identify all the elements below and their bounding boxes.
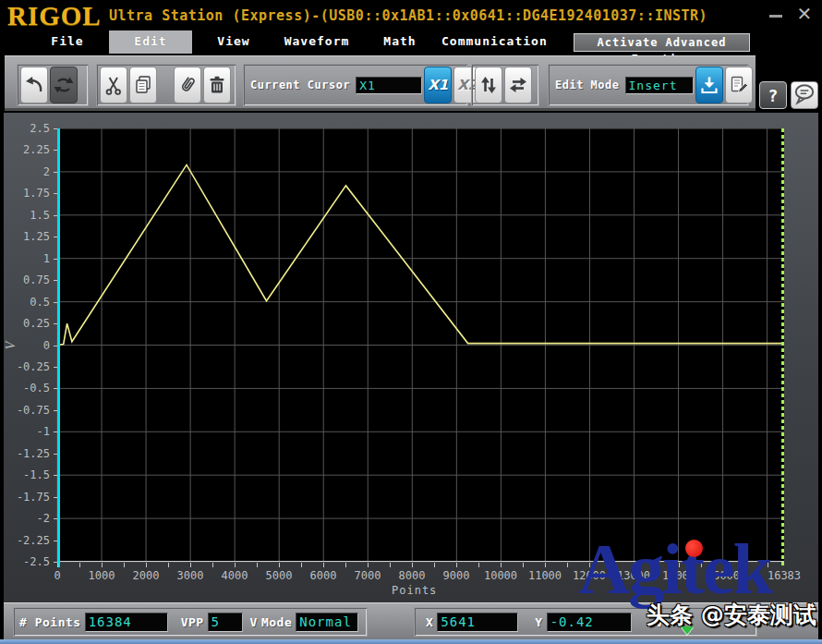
copy-button[interactable]: [129, 67, 157, 103]
y-tick-mark: [54, 475, 57, 476]
vpp-input[interactable]: [208, 613, 243, 632]
x-axis-title: Points: [392, 584, 437, 597]
x-tick-label: 1000: [89, 569, 115, 582]
x-tick-label: 16383: [768, 569, 801, 582]
menu-item-file[interactable]: File: [26, 30, 109, 54]
waveform-plot[interactable]: [57, 128, 784, 562]
cut-button[interactable]: [100, 67, 127, 103]
window-bottom-edge: [0, 639, 822, 644]
y-tick-label: -1.5: [4, 468, 50, 481]
redo-refresh-icon: [53, 74, 75, 96]
y-tick-mark: [54, 172, 57, 173]
close-button[interactable]: ✕: [792, 3, 816, 25]
delete-button[interactable]: [203, 67, 231, 103]
x-tick-label: 3000: [177, 569, 204, 582]
x-tick-mark: [257, 563, 258, 567]
y-tick-mark: [54, 237, 57, 237]
watermark-green-arrow-icon: [681, 626, 694, 635]
watermark-brand: Agitek: [578, 532, 771, 606]
menu-item-view[interactable]: View: [192, 30, 275, 54]
cursor-x1-button[interactable]: X1: [424, 67, 452, 103]
x-tick-label: 6000: [310, 569, 337, 582]
x-tick-label: 5000: [266, 569, 293, 582]
toolbar-group-edit: [96, 64, 236, 106]
swap-horizontal-button[interactable]: [504, 67, 532, 103]
mode-input[interactable]: [296, 613, 358, 632]
y-tick-label: 1.5: [4, 209, 50, 222]
x-tick-label: 8000: [399, 569, 426, 582]
swap-vertical-icon: [477, 74, 500, 96]
edit-document-button[interactable]: [725, 67, 753, 103]
download-icon: [698, 74, 720, 96]
waveform-settings-group: # Points VPP V Mode: [13, 607, 368, 637]
titlebar: RIGOL Ultra Station (Express)-(USB0::0x1…: [0, 0, 822, 30]
help-button[interactable]: ?: [759, 81, 787, 109]
edit-mode-input[interactable]: [625, 77, 694, 94]
x-tick-label: 7000: [355, 569, 381, 582]
paste-button[interactable]: [174, 67, 201, 103]
y-tick-label: -0.25: [4, 360, 50, 373]
current-cursor-input[interactable]: [356, 77, 422, 94]
copy-icon: [132, 74, 154, 96]
vpp-label: VPP: [181, 615, 204, 629]
edit-document-icon: [728, 74, 750, 96]
y-tick-label: 1: [4, 252, 50, 265]
scissors-icon: [103, 74, 125, 96]
x-tick-mark: [79, 563, 80, 567]
x-tick-label: 11000: [528, 569, 562, 582]
toolbar-group-swap: [471, 64, 539, 106]
speech-bubble-icon: [792, 81, 816, 109]
y-tick-label: -1: [4, 425, 50, 438]
x-tick-mark: [545, 563, 546, 567]
swap-vertical-button[interactable]: [475, 67, 502, 103]
x-tick-mark: [501, 563, 502, 567]
import-button[interactable]: [695, 67, 723, 103]
points-input[interactable]: [85, 613, 168, 632]
y-tick-label: 0.75: [4, 273, 50, 286]
activate-advanced-function-button[interactable]: Activate Advanced Function: [574, 33, 750, 52]
redo-button[interactable]: [50, 67, 78, 103]
y-tick-mark: [54, 193, 57, 194]
y-tick-label: -1.75: [4, 491, 50, 504]
minimize-button[interactable]: [765, 7, 787, 24]
y-tick-mark: [54, 367, 57, 368]
trash-icon: [206, 74, 228, 96]
y-tick-label: -0.75: [4, 404, 50, 417]
y-tick-mark: [54, 150, 57, 151]
y-tick-label: -2: [4, 512, 50, 525]
x-tick-mark: [212, 563, 213, 567]
menu-item-waveform[interactable]: Waveform: [275, 30, 358, 54]
menu-item-math[interactable]: Math: [358, 30, 441, 54]
edit-mode-label: Edit Mode: [555, 79, 620, 91]
menu-item-communication[interactable]: Communication: [441, 30, 525, 54]
y-coordinate-input[interactable]: [547, 613, 632, 632]
menu-item-edit[interactable]: Edit: [109, 30, 192, 54]
toolbar-group-edit-mode: Edit Mode: [548, 64, 749, 106]
y-coordinate-label: Y: [535, 615, 542, 629]
x-tick-mark: [146, 563, 147, 567]
menubar: File Edit View Waveform Math Communicati…: [0, 30, 822, 54]
y-tick-label: -2.25: [4, 534, 50, 547]
watermark-caption: 头条 @安泰测试: [647, 600, 816, 630]
y-tick-label: 0: [4, 339, 50, 352]
x-coordinate-input[interactable]: [437, 613, 518, 632]
feedback-button[interactable]: [791, 81, 818, 109]
x-tick-mark: [279, 563, 280, 567]
y-tick-mark: [54, 388, 57, 389]
x-tick-mark: [124, 563, 125, 567]
x-tick-mark: [456, 563, 457, 567]
y-tick-mark: [54, 302, 57, 303]
x-tick-label: 4000: [222, 569, 248, 582]
x-tick-label: 9000: [443, 569, 470, 582]
y-tick-label: -1.25: [4, 447, 50, 460]
y-tick-mark: [54, 259, 57, 260]
x-tick-mark: [523, 563, 524, 567]
y-tick-label: 1.75: [4, 187, 50, 200]
x-coordinate-label: X: [426, 615, 433, 629]
x-tick-mark: [102, 563, 103, 567]
x-tick-mark: [567, 563, 568, 567]
x-tick-label: 2000: [133, 569, 160, 582]
waveform-svg: [57, 128, 784, 562]
undo-button[interactable]: [20, 67, 48, 103]
minimize-icon: [769, 15, 782, 18]
